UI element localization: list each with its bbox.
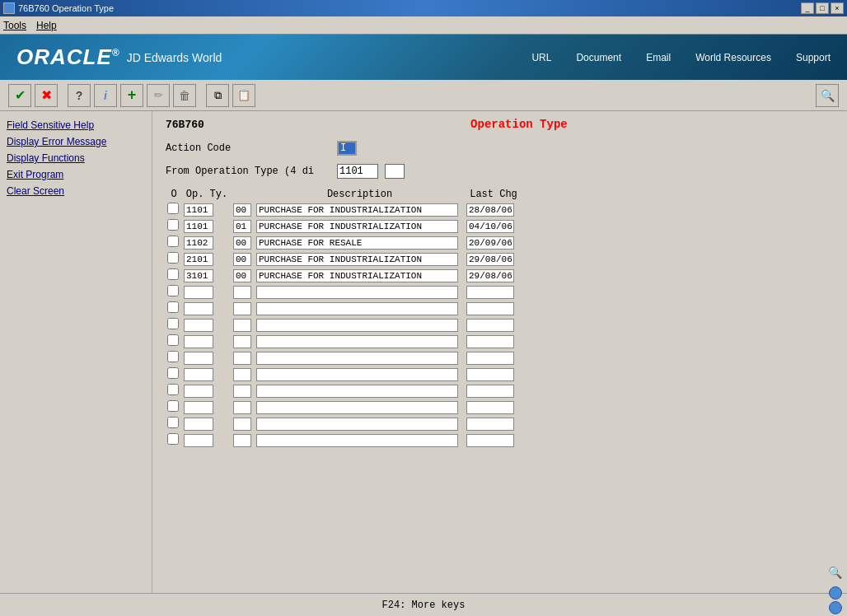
scroll-up-icon[interactable]: [829, 586, 842, 600]
date-input[interactable]: [466, 434, 514, 447]
copy-button[interactable]: ⧉: [206, 84, 229, 107]
ty-input[interactable]: [233, 253, 251, 266]
info-button[interactable]: i: [94, 84, 117, 107]
add-button[interactable]: +: [120, 84, 143, 107]
op-input[interactable]: [184, 203, 213, 217]
row-checkbox[interactable]: [167, 384, 179, 395]
op-input[interactable]: [184, 335, 213, 348]
date-input[interactable]: [466, 335, 514, 348]
date-input[interactable]: [466, 302, 514, 315]
from-op-input[interactable]: [337, 164, 378, 179]
nav-email[interactable]: Email: [646, 52, 671, 63]
row-checkbox[interactable]: [167, 367, 179, 379]
op-input[interactable]: [184, 253, 213, 266]
row-checkbox[interactable]: [167, 219, 179, 231]
date-input[interactable]: [466, 253, 514, 266]
op-input[interactable]: [184, 418, 213, 431]
row-checkbox[interactable]: [167, 417, 179, 428]
desc-input[interactable]: [256, 385, 458, 398]
op-input[interactable]: [184, 401, 213, 414]
date-input[interactable]: [466, 203, 514, 217]
desc-input[interactable]: [256, 236, 458, 250]
row-checkbox[interactable]: [167, 351, 179, 362]
ty-input[interactable]: [233, 352, 251, 365]
op-input[interactable]: [184, 286, 213, 299]
date-input[interactable]: [466, 368, 514, 381]
delete-button[interactable]: 🗑: [173, 84, 196, 107]
date-input[interactable]: [466, 418, 514, 431]
maximize-button[interactable]: □: [816, 2, 829, 14]
op-input[interactable]: [184, 319, 213, 332]
row-checkbox[interactable]: [167, 433, 179, 445]
op-input[interactable]: [184, 302, 213, 315]
help-button[interactable]: ?: [68, 84, 91, 107]
ty-input[interactable]: [233, 368, 251, 381]
op-input[interactable]: [184, 236, 213, 250]
op-input[interactable]: [184, 434, 213, 447]
desc-input[interactable]: [256, 352, 458, 365]
nav-url[interactable]: URL: [531, 52, 551, 63]
menu-help[interactable]: Help: [36, 20, 57, 31]
desc-input[interactable]: [256, 434, 458, 447]
nav-world-resources[interactable]: World Resources: [695, 52, 771, 63]
desc-input[interactable]: [256, 302, 458, 315]
cancel-button[interactable]: ✖: [35, 84, 58, 107]
date-input[interactable]: [466, 352, 514, 365]
ty-input[interactable]: [233, 434, 251, 447]
desc-input[interactable]: [256, 269, 458, 282]
desc-input[interactable]: [256, 286, 458, 299]
ty-input[interactable]: [233, 286, 251, 299]
date-input[interactable]: [466, 319, 514, 332]
row-checkbox[interactable]: [167, 252, 179, 264]
desc-input[interactable]: [256, 319, 458, 332]
menu-tools[interactable]: Tools: [3, 20, 26, 31]
ty-input[interactable]: [233, 401, 251, 414]
row-checkbox[interactable]: [167, 203, 179, 214]
date-input[interactable]: [466, 385, 514, 398]
scroll-down-icon[interactable]: [829, 601, 842, 614]
op-input[interactable]: [184, 352, 213, 365]
desc-input[interactable]: [256, 368, 458, 381]
search-icon-bottom[interactable]: 🔍: [828, 566, 842, 580]
ty-input[interactable]: [233, 236, 251, 250]
ty-input[interactable]: [233, 203, 251, 217]
date-input[interactable]: [466, 286, 514, 299]
date-input[interactable]: [466, 269, 514, 282]
desc-input[interactable]: [256, 220, 458, 233]
row-checkbox[interactable]: [167, 236, 179, 247]
row-checkbox[interactable]: [167, 285, 179, 296]
sidebar-item-exit-program[interactable]: Exit Program: [5, 167, 147, 182]
ty-input[interactable]: [233, 269, 251, 282]
date-input[interactable]: [466, 236, 514, 250]
sidebar-item-clear-screen[interactable]: Clear Screen: [5, 184, 147, 198]
op-input[interactable]: [184, 385, 213, 398]
nav-support[interactable]: Support: [796, 52, 831, 63]
desc-input[interactable]: [256, 335, 458, 348]
date-input[interactable]: [466, 401, 514, 414]
row-checkbox[interactable]: [167, 268, 179, 280]
ty-input[interactable]: [233, 418, 251, 431]
sidebar-item-display-functions[interactable]: Display Functions: [5, 151, 147, 166]
op-input[interactable]: [184, 368, 213, 381]
row-checkbox[interactable]: [167, 318, 179, 329]
nav-document[interactable]: Document: [576, 52, 621, 63]
ty-input[interactable]: [233, 220, 251, 233]
row-checkbox[interactable]: [167, 400, 179, 412]
ty-input[interactable]: [233, 335, 251, 348]
paste-button[interactable]: 📋: [232, 84, 255, 107]
edit-button[interactable]: ✏: [147, 84, 170, 107]
desc-input[interactable]: [256, 203, 458, 217]
action-code-input[interactable]: [337, 141, 357, 156]
ty-input[interactable]: [233, 302, 251, 315]
op-input[interactable]: [184, 269, 213, 282]
ty-input[interactable]: [233, 385, 251, 398]
ty-input[interactable]: [233, 319, 251, 332]
check-button[interactable]: ✔: [8, 84, 31, 107]
desc-input[interactable]: [256, 401, 458, 414]
row-checkbox[interactable]: [167, 334, 179, 346]
date-input[interactable]: [466, 220, 514, 233]
sidebar-item-field-sensitive-help[interactable]: Field Sensitive Help: [5, 118, 147, 133]
search-button-top[interactable]: 🔍: [816, 84, 839, 107]
desc-input[interactable]: [256, 418, 458, 431]
row-checkbox[interactable]: [167, 301, 179, 313]
